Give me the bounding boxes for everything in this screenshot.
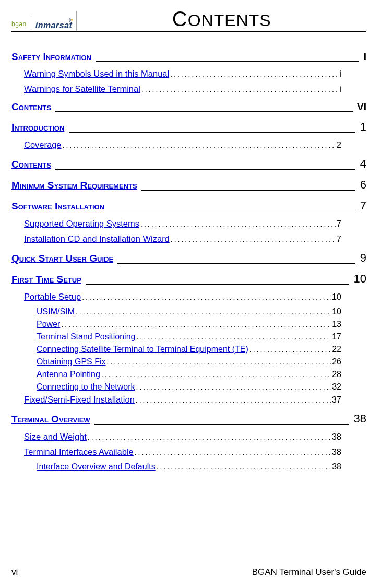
toc-entry: Contents VI (11, 101, 366, 113)
logo-box: bgan ))● inmarsat (11, 11, 77, 31)
page-footer: vi BGAN Terminal User's Guide (11, 567, 366, 578)
toc-link[interactable]: Portable Setup (24, 292, 81, 302)
toc-link[interactable]: Size and Weight (24, 432, 87, 442)
leader-line (55, 105, 353, 112)
toc-page: VI (357, 101, 366, 113)
toc-entry: Connecting to the Network32 (37, 382, 341, 392)
toc-page: 38 (332, 432, 341, 442)
toc-link[interactable]: Terminal Overview (11, 414, 90, 425)
toc-entry: Minimum System Requirements 6 (11, 178, 366, 192)
leader-dots (136, 383, 331, 391)
leader-dots (171, 235, 336, 243)
toc-entry: Terminal Interfaces Available38 (24, 447, 341, 457)
toc-link[interactable]: Supported Operating Systems (24, 219, 139, 229)
leader-dots (107, 358, 331, 366)
toc-page: i (339, 84, 341, 94)
toc-link[interactable]: Terminal Interfaces Available (24, 447, 134, 457)
toc-entry: Warning Symbols Used in this Manuali (24, 69, 341, 79)
logo-inmarsat: ))● inmarsat (35, 18, 73, 30)
toc-entry: Terminal Stand Positioning17 (37, 332, 341, 342)
leader-line (69, 126, 356, 133)
leader-line (96, 55, 359, 62)
toc-link[interactable]: Connecting Satellite Terminal to Termina… (37, 345, 248, 354)
toc-link[interactable]: Interface Overview and Defaults (37, 462, 156, 472)
toc-link[interactable]: Power (37, 320, 60, 329)
leader-dots (136, 396, 331, 404)
leader-dots (157, 463, 331, 471)
toc-link[interactable]: Coverage (24, 140, 62, 150)
toc-page: 4 (360, 157, 366, 171)
toc-entry: Software Installation 7 (11, 199, 366, 213)
toc-link[interactable]: Warning Symbols Used in this Manual (24, 69, 169, 79)
toc-page: I (364, 51, 366, 63)
leader-line (141, 184, 356, 191)
leader-dots (136, 333, 331, 341)
toc-link[interactable]: Warnings for Satellite Terminal (24, 84, 140, 94)
logo-bgan-text: bgan (11, 20, 27, 30)
toc-page: 38 (332, 447, 341, 457)
toc-link[interactable]: Minimum System Requirements (11, 180, 137, 191)
toc-entry: Obtaining GPS Fix26 (37, 357, 341, 367)
leader-dots (170, 70, 338, 78)
toc-link[interactable]: Obtaining GPS Fix (37, 357, 106, 367)
leader-dots (63, 141, 336, 149)
toc-page: 38 (354, 412, 366, 426)
toc-entry: Interface Overview and Defaults38 (37, 462, 341, 472)
toc-entry: Coverage2 (24, 140, 341, 150)
toc-page: 22 (332, 345, 341, 354)
toc-entry: Supported Operating Systems7 (24, 219, 341, 229)
toc-link[interactable]: Fixed/Semi-Fixed Installation (24, 395, 135, 405)
toc-link[interactable]: Contents (11, 101, 51, 113)
toc-link[interactable]: First Time Setup (11, 274, 81, 285)
toc-page: 7 (337, 234, 341, 244)
toc-entry: Installation CD and Installation Wizard7 (24, 234, 341, 244)
toc-link[interactable]: Contents (11, 159, 51, 170)
leader-dots (76, 308, 331, 316)
toc-page: 2 (337, 140, 341, 150)
toc-link[interactable]: Installation CD and Installation Wizard (24, 234, 170, 244)
toc-link[interactable]: Introduction (11, 122, 64, 133)
toc-entry: Safety Information I (11, 51, 366, 63)
toc-link[interactable]: Antenna Pointing (37, 370, 100, 379)
leader-dots (88, 433, 331, 441)
leader-dots (61, 320, 331, 328)
toc-entry: Antenna Pointing28 (37, 370, 341, 379)
toc-page: 26 (332, 357, 341, 367)
leader-line (86, 278, 349, 285)
toc-link[interactable]: Terminal Stand Positioning (37, 332, 135, 342)
toc-entry: Contents 4 (11, 157, 366, 171)
toc-entry: Terminal Overview 38 (11, 412, 366, 426)
toc-entry: USIM/SIM10 (37, 307, 341, 316)
leader-line (94, 418, 349, 425)
toc-link[interactable]: Quick Start User Guide (11, 253, 113, 264)
leader-dots (135, 448, 331, 456)
toc-entry: Fixed/Semi-Fixed Installation37 (24, 395, 341, 405)
leader-dots (141, 85, 338, 93)
toc-page: 17 (332, 332, 341, 342)
toc-entry: Warnings for Satellite Terminali (24, 84, 341, 94)
logo-inmarsat-text: inmarsat (35, 21, 73, 30)
toc-entry: Introduction 1 (11, 120, 366, 134)
toc-page: 10 (332, 292, 341, 302)
toc-page: 10 (354, 272, 366, 286)
toc-page: 37 (332, 395, 341, 405)
toc-link[interactable]: Safety Information (11, 51, 91, 63)
logo-divider (31, 16, 31, 30)
toc-page: 13 (332, 320, 341, 329)
leader-line (109, 205, 355, 211)
toc-page: i (339, 69, 341, 79)
toc-page: 38 (332, 462, 341, 472)
page-title: CONTENTS (77, 7, 366, 31)
leader-dots (140, 220, 336, 228)
toc-entry: Connecting Satellite Terminal to Termina… (37, 345, 341, 354)
toc-link[interactable]: Connecting to the Network (37, 382, 135, 392)
toc-entry: Size and Weight38 (24, 432, 341, 442)
toc-page: 1 (360, 120, 366, 134)
toc-page: 7 (337, 219, 341, 229)
toc-page: 32 (332, 382, 341, 392)
footer-guide-title: BGAN Terminal User's Guide (252, 567, 366, 578)
leader-line (117, 257, 355, 264)
toc-link[interactable]: USIM/SIM (37, 307, 75, 316)
toc-link[interactable]: Software Installation (11, 201, 104, 212)
footer-page-number: vi (11, 567, 18, 578)
